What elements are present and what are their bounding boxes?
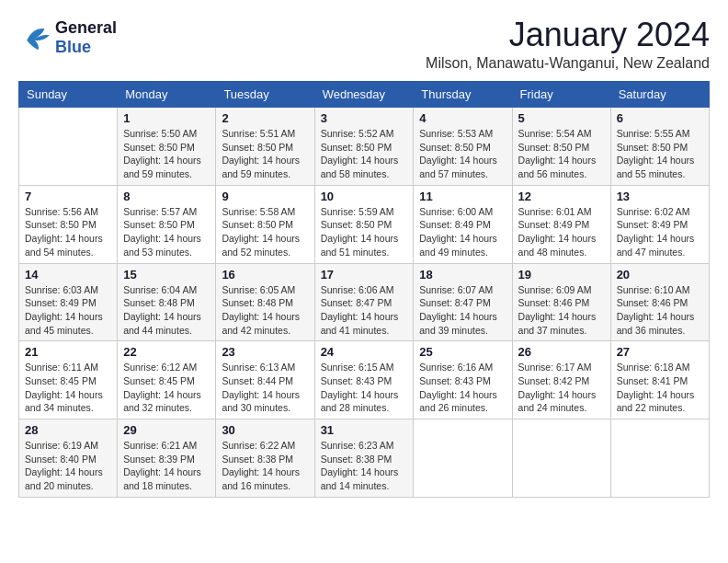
logo-text: General Blue — [55, 18, 117, 57]
column-header-thursday: Thursday — [414, 82, 512, 108]
calendar-week-row: 1Sunrise: 5:50 AMSunset: 8:50 PMDaylight… — [19, 108, 710, 186]
day-info: Sunrise: 6:07 AMSunset: 8:47 PMDaylight:… — [419, 283, 506, 338]
day-number: 25 — [419, 345, 506, 359]
day-number: 23 — [222, 345, 308, 359]
day-number: 21 — [25, 345, 111, 359]
calendar-cell: 23Sunrise: 6:13 AMSunset: 8:44 PMDayligh… — [216, 341, 314, 419]
day-info: Sunrise: 6:21 AMSunset: 8:39 PMDaylight:… — [123, 439, 210, 493]
calendar-cell: 15Sunrise: 6:04 AMSunset: 8:48 PMDayligh… — [118, 263, 216, 341]
calendar-cell — [414, 419, 512, 498]
calendar-cell — [19, 108, 118, 186]
day-info: Sunrise: 6:17 AMSunset: 8:42 PMDaylight:… — [518, 361, 605, 415]
calendar-cell: 4Sunrise: 5:53 AMSunset: 8:50 PMDaylight… — [414, 108, 512, 186]
column-header-tuesday: Tuesday — [216, 82, 314, 108]
day-number: 19 — [518, 268, 605, 282]
calendar-cell: 6Sunrise: 5:55 AMSunset: 8:50 PMDaylight… — [610, 108, 709, 186]
calendar-cell: 27Sunrise: 6:18 AMSunset: 8:41 PMDayligh… — [610, 341, 709, 419]
page-header: General Blue January 2024 Milson, Manawa… — [18, 18, 710, 72]
day-info: Sunrise: 5:53 AMSunset: 8:50 PMDaylight:… — [419, 127, 506, 181]
day-info: Sunrise: 6:02 AMSunset: 8:49 PMDaylight:… — [617, 205, 703, 259]
day-number: 9 — [222, 190, 308, 203]
day-number: 30 — [222, 423, 308, 437]
day-info: Sunrise: 6:00 AMSunset: 8:49 PMDaylight:… — [419, 205, 506, 259]
day-number: 17 — [321, 268, 408, 282]
day-number: 1 — [123, 111, 210, 125]
day-number: 29 — [123, 423, 210, 437]
subtitle: Milson, Manawatu-Wanganui, New Zealand — [426, 55, 710, 72]
day-number: 15 — [123, 268, 210, 282]
day-number: 12 — [518, 190, 605, 203]
calendar-cell: 16Sunrise: 6:05 AMSunset: 8:48 PMDayligh… — [216, 263, 314, 341]
calendar-cell: 26Sunrise: 6:17 AMSunset: 8:42 PMDayligh… — [512, 341, 610, 419]
calendar-cell: 21Sunrise: 6:11 AMSunset: 8:45 PMDayligh… — [19, 341, 118, 419]
day-info: Sunrise: 6:23 AMSunset: 8:38 PMDaylight:… — [321, 439, 408, 493]
calendar-cell: 25Sunrise: 6:16 AMSunset: 8:43 PMDayligh… — [414, 341, 512, 419]
day-number: 5 — [518, 111, 605, 125]
day-info: Sunrise: 6:10 AMSunset: 8:46 PMDaylight:… — [617, 283, 703, 338]
day-info: Sunrise: 5:51 AMSunset: 8:50 PMDaylight:… — [222, 127, 308, 181]
calendar-cell: 12Sunrise: 6:01 AMSunset: 8:49 PMDayligh… — [512, 185, 610, 263]
calendar-cell: 11Sunrise: 6:00 AMSunset: 8:49 PMDayligh… — [414, 185, 512, 263]
day-info: Sunrise: 5:58 AMSunset: 8:50 PMDaylight:… — [222, 205, 308, 259]
column-header-wednesday: Wednesday — [314, 82, 414, 108]
day-info: Sunrise: 6:04 AMSunset: 8:48 PMDaylight:… — [123, 283, 210, 338]
day-info: Sunrise: 6:18 AMSunset: 8:41 PMDaylight:… — [617, 361, 703, 415]
day-number: 16 — [222, 268, 308, 282]
calendar-cell: 24Sunrise: 6:15 AMSunset: 8:43 PMDayligh… — [314, 341, 414, 419]
column-header-monday: Monday — [118, 82, 216, 108]
title-block: January 2024 Milson, Manawatu-Wanganui, … — [426, 18, 710, 72]
calendar-cell: 31Sunrise: 6:23 AMSunset: 8:38 PMDayligh… — [314, 419, 414, 498]
calendar-cell: 8Sunrise: 5:57 AMSunset: 8:50 PMDaylight… — [118, 185, 216, 263]
calendar-cell: 5Sunrise: 5:54 AMSunset: 8:50 PMDaylight… — [512, 108, 610, 186]
day-number: 26 — [518, 345, 605, 359]
day-info: Sunrise: 5:54 AMSunset: 8:50 PMDaylight:… — [518, 127, 605, 181]
day-info: Sunrise: 6:05 AMSunset: 8:48 PMDaylight:… — [222, 283, 308, 338]
calendar-week-row: 7Sunrise: 5:56 AMSunset: 8:50 PMDaylight… — [19, 185, 710, 263]
column-header-sunday: Sunday — [19, 82, 118, 108]
day-info: Sunrise: 6:11 AMSunset: 8:45 PMDaylight:… — [25, 361, 111, 415]
calendar-header-row: SundayMondayTuesdayWednesdayThursdayFrid… — [19, 82, 710, 108]
calendar-cell: 30Sunrise: 6:22 AMSunset: 8:38 PMDayligh… — [216, 419, 314, 498]
day-info: Sunrise: 6:01 AMSunset: 8:49 PMDaylight:… — [518, 205, 605, 259]
calendar-cell: 19Sunrise: 6:09 AMSunset: 8:46 PMDayligh… — [512, 263, 610, 341]
calendar-cell: 2Sunrise: 5:51 AMSunset: 8:50 PMDaylight… — [216, 108, 314, 186]
day-number: 20 — [617, 268, 703, 282]
calendar-week-row: 14Sunrise: 6:03 AMSunset: 8:49 PMDayligh… — [19, 263, 710, 341]
day-number: 4 — [419, 111, 506, 125]
day-number: 22 — [123, 345, 210, 359]
logo: General Blue — [18, 18, 117, 57]
day-number: 27 — [617, 345, 703, 359]
day-info: Sunrise: 5:55 AMSunset: 8:50 PMDaylight:… — [617, 127, 703, 181]
calendar-cell: 20Sunrise: 6:10 AMSunset: 8:46 PMDayligh… — [610, 263, 709, 341]
day-info: Sunrise: 6:09 AMSunset: 8:46 PMDaylight:… — [518, 283, 605, 338]
main-title: January 2024 — [426, 18, 710, 52]
logo-icon — [18, 24, 51, 52]
day-number: 14 — [25, 268, 111, 282]
day-number: 31 — [321, 423, 408, 437]
day-number: 18 — [419, 268, 506, 282]
day-info: Sunrise: 6:06 AMSunset: 8:47 PMDaylight:… — [321, 283, 408, 338]
day-info: Sunrise: 5:50 AMSunset: 8:50 PMDaylight:… — [123, 127, 210, 181]
day-info: Sunrise: 5:59 AMSunset: 8:50 PMDaylight:… — [321, 205, 408, 259]
column-header-friday: Friday — [512, 82, 610, 108]
calendar-cell — [610, 419, 709, 498]
calendar-cell: 9Sunrise: 5:58 AMSunset: 8:50 PMDaylight… — [216, 185, 314, 263]
calendar-table: SundayMondayTuesdayWednesdayThursdayFrid… — [18, 81, 710, 498]
calendar-cell: 3Sunrise: 5:52 AMSunset: 8:50 PMDaylight… — [314, 108, 414, 186]
calendar-week-row: 28Sunrise: 6:19 AMSunset: 8:40 PMDayligh… — [19, 419, 710, 498]
calendar-week-row: 21Sunrise: 6:11 AMSunset: 8:45 PMDayligh… — [19, 341, 710, 419]
day-number: 7 — [25, 190, 111, 203]
calendar-cell: 7Sunrise: 5:56 AMSunset: 8:50 PMDaylight… — [19, 185, 118, 263]
column-header-saturday: Saturday — [610, 82, 709, 108]
day-number: 6 — [617, 111, 703, 125]
day-info: Sunrise: 6:22 AMSunset: 8:38 PMDaylight:… — [222, 439, 308, 493]
day-info: Sunrise: 5:56 AMSunset: 8:50 PMDaylight:… — [25, 205, 111, 259]
calendar-cell: 14Sunrise: 6:03 AMSunset: 8:49 PMDayligh… — [19, 263, 118, 341]
day-info: Sunrise: 6:12 AMSunset: 8:45 PMDaylight:… — [123, 361, 210, 415]
day-info: Sunrise: 6:19 AMSunset: 8:40 PMDaylight:… — [25, 439, 111, 493]
day-info: Sunrise: 6:13 AMSunset: 8:44 PMDaylight:… — [222, 361, 308, 415]
calendar-cell: 18Sunrise: 6:07 AMSunset: 8:47 PMDayligh… — [414, 263, 512, 341]
calendar-cell: 10Sunrise: 5:59 AMSunset: 8:50 PMDayligh… — [314, 185, 414, 263]
day-number: 11 — [419, 190, 506, 203]
day-number: 24 — [321, 345, 408, 359]
